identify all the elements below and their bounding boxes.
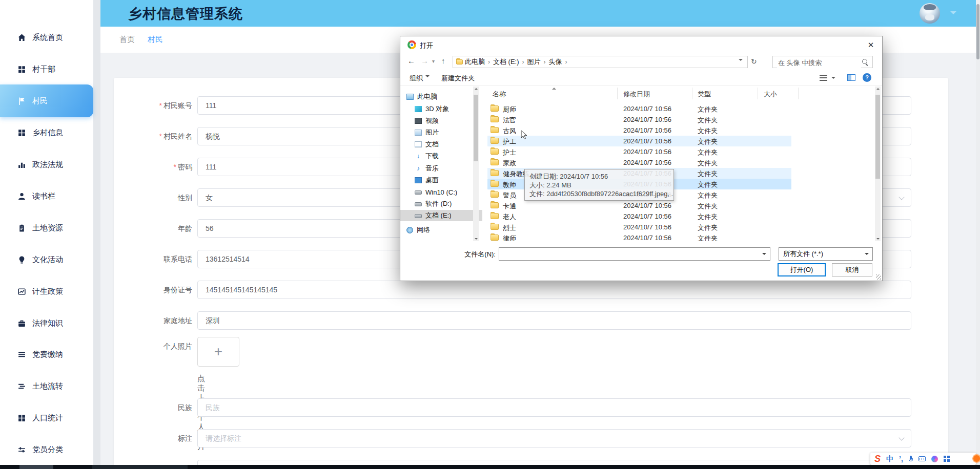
tree-scrollbar[interactable] [473, 87, 479, 241]
sidebar-item-label: 计生政策 [32, 287, 63, 296]
file-row[interactable]: 护士2024/10/7 10:56文件夹 [482, 146, 874, 157]
browser-scrollbar[interactable] [976, 0, 980, 465]
sidebar-item[interactable]: 政法法规 [0, 155, 93, 174]
sidebar-item[interactable]: 土地资源 [0, 219, 93, 237]
drive-icon [415, 190, 422, 195]
file-row[interactable]: 烈士2024/10/7 10:56文件夹 [482, 222, 874, 232]
column-date[interactable]: 修改日期 [623, 90, 650, 99]
file-row[interactable]: 家政2024/10/7 10:56文件夹 [482, 157, 874, 168]
view-mode-icon[interactable] [820, 75, 827, 81]
folder-icon [491, 224, 499, 230]
breadcrumb-item[interactable]: 此电脑 [465, 57, 485, 67]
sort-ascending-icon[interactable] [552, 86, 556, 90]
file-row[interactable]: 古风2024/10/7 10:56文件夹 [482, 125, 874, 136]
filename-input[interactable] [499, 247, 770, 261]
address-dropdown-icon[interactable] [739, 59, 743, 63]
sogou-icon[interactable]: S [874, 454, 881, 463]
forward-icon[interactable]: → [421, 56, 428, 65]
sidebar-item[interactable]: 乡村信息 [0, 123, 93, 142]
tab-home[interactable]: 首页 [119, 35, 135, 45]
tree-item[interactable]: ♪音乐 [415, 163, 439, 174]
filename-dropdown-icon[interactable] [762, 253, 766, 257]
ime-extra-icon[interactable] [972, 454, 980, 463]
tree-item[interactable]: 3D 对象 [415, 103, 449, 115]
tree-item[interactable]: 软件 (D:) [415, 198, 452, 209]
open-button[interactable]: 打开(O) [778, 263, 826, 276]
file-row[interactable]: 厨师2024/10/7 10:56文件夹 [482, 103, 874, 114]
punctuation-icon[interactable]: ’, [899, 455, 903, 462]
sidebar-item[interactable]: 计生政策 [0, 282, 93, 301]
sidebar-item[interactable]: 党费缴纳 [0, 345, 93, 364]
help-icon[interactable]: ? [863, 73, 871, 82]
tree-item-label: 音乐 [425, 164, 439, 173]
back-icon[interactable]: ← [407, 56, 415, 65]
tree-item[interactable]: Win10 (C:) [415, 186, 457, 198]
tree-item[interactable]: 文档 [415, 139, 439, 150]
tree-item-label: 软件 (D:) [425, 199, 452, 208]
file-row[interactable]: 律师2024/10/7 10:56文件夹 [482, 232, 874, 241]
column-name[interactable]: 名称 [493, 90, 506, 99]
sidebar-item[interactable]: 党员分类 [0, 440, 93, 459]
cancel-button[interactable]: 取消 [832, 263, 872, 276]
tree-item[interactable]: 桌面 [415, 175, 439, 186]
folder-icon [491, 234, 499, 241]
text-field[interactable] [197, 311, 911, 330]
bar-chart-icon [17, 160, 26, 169]
avatar[interactable] [920, 3, 940, 24]
skin-icon[interactable] [931, 456, 938, 462]
select-tag[interactable]: 请选择标注 [197, 429, 911, 447]
chevron-down-icon[interactable] [950, 11, 956, 17]
text-field[interactable] [197, 398, 911, 417]
keyboard-icon[interactable] [918, 456, 926, 461]
sidebar-item[interactable]: 村干部 [0, 60, 93, 78]
file-row[interactable]: 护工2024/10/7 10:56文件夹 [482, 136, 874, 146]
column-size[interactable]: 大小 [764, 90, 777, 99]
tab-villager[interactable]: 村民 [148, 35, 163, 45]
chinese-mode-icon[interactable]: 中 [886, 455, 893, 462]
sidebar-item[interactable]: 人口统计 [0, 409, 93, 427]
tree-item[interactable]: 此电脑 [406, 91, 437, 102]
text-field[interactable] [197, 281, 911, 299]
filename-label: 文件名(N): [450, 250, 496, 259]
history-chevron-icon[interactable]: ▾ [432, 58, 435, 64]
dialog-titlebar[interactable]: 打开 ✕ [400, 36, 882, 54]
document-icon [415, 141, 422, 147]
sidebar-item[interactable]: 系统首页 [0, 28, 93, 47]
preview-pane-icon[interactable] [847, 74, 855, 81]
tree-item[interactable]: 网络 [406, 224, 430, 236]
tree-item[interactable]: 图片 [415, 127, 439, 138]
tree-item[interactable]: 文档 (E:) [400, 210, 482, 221]
breadcrumb-item[interactable]: 头像 [549, 57, 562, 67]
column-type[interactable]: 类型 [698, 90, 711, 99]
breadcrumb-item[interactable]: 图片 [527, 57, 541, 67]
close-icon[interactable]: ✕ [864, 39, 878, 51]
toolbox-icon[interactable] [944, 456, 950, 462]
up-icon[interactable]: ↑ [441, 56, 445, 65]
refresh-icon[interactable]: ↻ [751, 57, 757, 66]
view-mode-chevron-icon[interactable] [831, 77, 835, 81]
sidebar-item[interactable]: 文化活动 [0, 250, 93, 269]
list-scrollbar[interactable] [875, 87, 881, 241]
filetype-select[interactable]: 所有文件 (*.*) [779, 247, 873, 261]
file-date: 2024/10/7 10:56 [623, 159, 671, 166]
sidebar-item[interactable]: 法律知识 [0, 314, 93, 332]
photo-upload-box[interactable]: + [197, 337, 239, 367]
search-input[interactable] [777, 57, 861, 68]
file-row[interactable]: 老人2024/10/7 10:56文件夹 [482, 211, 874, 222]
resize-grip[interactable] [876, 274, 881, 280]
breadcrumb-item[interactable]: 文档 (E:) [493, 57, 519, 67]
windows-taskbar[interactable] [0, 465, 980, 469]
scrollbar-thumb[interactable] [976, 4, 979, 59]
sidebar-item[interactable]: 读书栏 [0, 187, 93, 205]
file-row[interactable]: 法官2024/10/7 10:56文件夹 [482, 114, 874, 125]
sidebar-item[interactable]: 村民 [0, 84, 93, 117]
address-bar[interactable]: 此电脑›文档 (E:)›图片›头像› [453, 56, 748, 68]
organize-button[interactable]: 组织 [410, 74, 430, 83]
sliders-icon [17, 445, 26, 454]
tree-item[interactable]: ↓下载 [415, 151, 439, 162]
mic-icon[interactable] [909, 456, 913, 462]
sidebar-item[interactable]: 土地流转 [0, 377, 93, 395]
file-row[interactable]: 卡通2024/10/7 10:56文件夹 [482, 200, 874, 211]
new-folder-button[interactable]: 新建文件夹 [441, 74, 475, 83]
tree-item[interactable]: 视频 [415, 115, 439, 126]
